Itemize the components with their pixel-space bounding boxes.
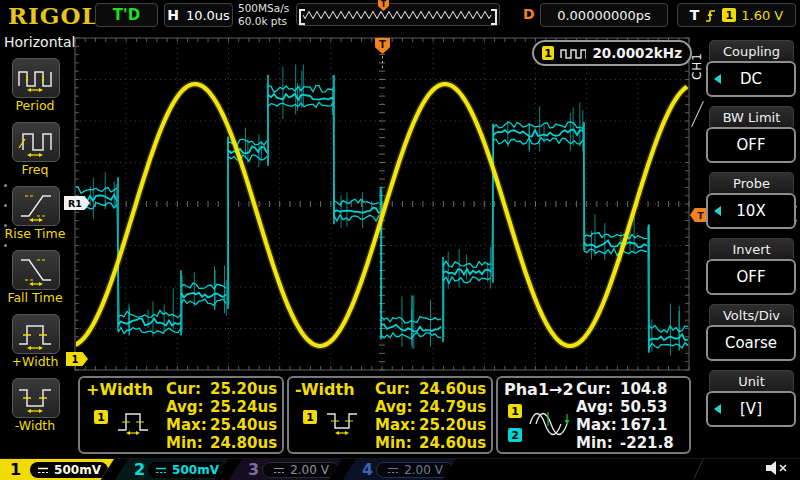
measurement-panel-neg-width[interactable]: -Width 1 Cur:24.60us Avg:24.79us Max:25.… (287, 376, 493, 454)
channel-scale: 2.00 V (404, 463, 443, 477)
left-menu-title: Horizontal (4, 34, 75, 50)
softkey-freq[interactable] (12, 122, 60, 162)
submenu-arrow-icon (714, 206, 721, 216)
right-scroll-dot (794, 205, 797, 208)
menu-voltsdiv-button[interactable]: Coarse (706, 325, 796, 361)
row-value: 25.20us (210, 380, 277, 398)
memory-depth: 60.0k pts (238, 15, 289, 28)
trigger-source-badge: 1 (722, 8, 736, 22)
measurement-source-badge: 1 (94, 410, 108, 424)
row-value: 25.24us (210, 398, 277, 416)
menu-bwlimit-value: OFF (736, 136, 765, 154)
menu-bwlimit-title: BW Limit (709, 106, 794, 127)
left-scroll-dot (4, 204, 7, 207)
memory-bar-right-bracket (491, 9, 497, 25)
channel-4-tab[interactable]: 4 2.00 V (342, 459, 456, 480)
dc-coupling-icon (387, 466, 399, 475)
channel-scale: 2.00 V (290, 463, 329, 477)
row-label: Cur: (375, 380, 419, 398)
softkey-period-label: Period (0, 98, 70, 113)
row-value: 50.53 (620, 398, 667, 416)
measurement-source2-badge: 2 (508, 428, 522, 442)
softkey-pos-width[interactable] (12, 314, 60, 354)
row-label: Cur: (166, 380, 210, 398)
menu-unit-value: [V] (740, 400, 762, 418)
row-value: 25.40us (210, 416, 277, 434)
row-value: 24.60us (419, 434, 486, 452)
right-scroll-dot (794, 219, 797, 222)
measurement-panel-phase[interactable]: Pha1→2 1 2 Cur:104.8 Avg:50.53 Max:167.1… (496, 376, 691, 454)
softkey-pos-width-label: +Width (0, 354, 70, 369)
delay-label: D (523, 6, 535, 22)
sound-muted-icon[interactable] (764, 460, 790, 477)
trigger-level-value: 1.60 V (741, 8, 783, 23)
row-value: 24.80us (210, 434, 277, 452)
measurement-title: Pha1→2 (504, 380, 574, 399)
row-value: 25.20us (419, 416, 486, 434)
channel-1-tab[interactable]: 1 500mV (0, 459, 114, 480)
trigger-settings-box[interactable]: T 1 1.60 V (677, 3, 796, 27)
menu-invert-value: OFF (736, 268, 765, 286)
menu-probe-title: Probe (709, 172, 794, 193)
channel-3-tab[interactable]: 3 2.00 V (228, 459, 342, 480)
channel-status-bar: 1 500mV 2 500mV 3 (0, 458, 800, 480)
menu-voltsdiv-title: Volts/Div (709, 304, 794, 325)
active-channel-label: CH1 (690, 52, 704, 80)
softkey-fall-time-label: Fall Time (0, 290, 70, 305)
channel-2-tab[interactable]: 2 500mV (114, 459, 228, 480)
frequency-counter: 1 20.0002kHz (532, 40, 692, 66)
row-value: 167.1 (620, 416, 667, 434)
channel-scale: 500mV (172, 463, 219, 477)
measurement-source1-badge: 1 (508, 404, 522, 418)
softkey-rise-time[interactable] (12, 186, 60, 226)
h-label: H (167, 7, 179, 23)
waveform-memory-bar[interactable] (296, 3, 500, 26)
menu-invert-button[interactable]: OFF (706, 259, 796, 295)
row-label: Max: (375, 416, 419, 434)
menu-probe-button[interactable]: 10X (706, 193, 796, 229)
counter-frequency-value: 20.0002kHz (592, 45, 682, 61)
left-scroll-dot (4, 244, 7, 247)
rise-time-icon (15, 188, 57, 224)
row-label: Avg: (166, 398, 210, 416)
row-value: 24.79us (419, 398, 486, 416)
trigger-label: T (690, 7, 700, 23)
memory-waveform-preview-icon (303, 4, 493, 25)
left-scroll-dot (4, 184, 7, 187)
menu-bwlimit-button[interactable]: OFF (706, 127, 796, 163)
pos-width-icon (116, 406, 152, 436)
dc-coupling-icon (37, 466, 49, 475)
memory-bar-left-bracket (299, 9, 305, 25)
dc-coupling-icon (155, 466, 167, 475)
submenu-arrow-icon (714, 404, 721, 414)
horizontal-timebase-box[interactable]: H 10.0us (164, 3, 233, 27)
trigger-position-line (382, 56, 383, 70)
oscilloscope-screen: RIGOL T'D H 10.0us 500MSa/s 60.0k pts T … (0, 0, 800, 480)
submenu-arrow-icon (714, 74, 721, 84)
rising-edge-icon (704, 8, 717, 23)
row-label: Max: (166, 416, 210, 434)
channel-number: 4 (362, 459, 373, 480)
row-value: 24.60us (419, 380, 486, 398)
phase-icon (528, 406, 572, 440)
menu-unit-button[interactable]: [V] (706, 391, 796, 427)
channel-number: 3 (248, 459, 259, 480)
menu-coupling-button[interactable]: DC (706, 61, 796, 97)
period-icon (15, 60, 57, 96)
softkey-period[interactable] (12, 58, 60, 98)
trigger-delay-box: 0.00000000ps (540, 3, 668, 27)
square-wave-icon (560, 47, 586, 60)
softkey-neg-width[interactable] (12, 378, 60, 418)
measurement-title: -Width (295, 380, 355, 399)
dc-coupling-icon (273, 466, 285, 475)
row-label: Avg: (576, 398, 620, 416)
menu-coupling-value: DC (740, 70, 762, 88)
neg-width-icon (325, 406, 361, 436)
menu-probe-value: 10X (736, 202, 765, 220)
row-label: Avg: (375, 398, 419, 416)
measurement-panel-pos-width[interactable]: +Width 1 Cur:25.20us Avg:25.24us Max:25.… (78, 376, 284, 454)
channel-number: 2 (134, 459, 145, 480)
row-label: Max: (576, 416, 620, 434)
softkey-fall-time[interactable] (12, 250, 60, 290)
delay-value: 0.00000000ps (557, 8, 651, 23)
